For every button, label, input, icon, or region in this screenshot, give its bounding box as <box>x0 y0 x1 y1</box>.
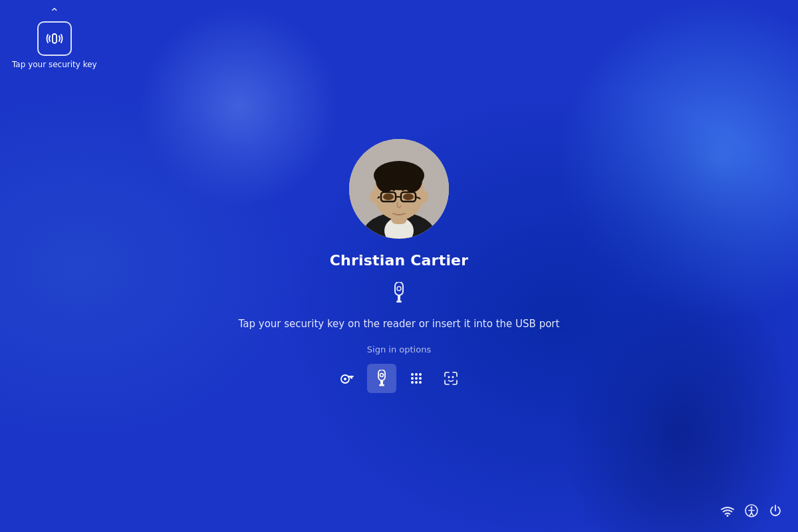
avatar <box>349 139 449 239</box>
nfc-icon <box>45 29 64 48</box>
svg-point-38 <box>411 381 414 384</box>
svg-point-43 <box>727 515 729 517</box>
svg-rect-0 <box>53 34 57 43</box>
svg-point-17 <box>370 191 378 203</box>
top-security-key-indicator: ⌃ Tap your security key <box>12 7 97 69</box>
svg-point-40 <box>419 381 422 384</box>
accessibility-icon[interactable] <box>745 504 758 520</box>
svg-point-27 <box>344 378 346 380</box>
security-key-option-button[interactable] <box>367 364 396 393</box>
login-card: Christian Cartier Tap your security key … <box>239 139 560 393</box>
tap-security-key-label: Tap your security key <box>12 60 97 69</box>
face-recognition-option-button[interactable] <box>436 364 466 393</box>
svg-point-34 <box>419 373 422 376</box>
svg-point-32 <box>411 373 414 376</box>
nfc-icon-box <box>37 21 72 56</box>
svg-point-22 <box>397 287 401 291</box>
svg-point-18 <box>420 191 428 203</box>
password-icon <box>340 371 354 386</box>
security-key-option-icon <box>374 370 389 387</box>
svg-point-45 <box>751 507 753 509</box>
pin-option-button[interactable] <box>402 364 431 393</box>
power-icon[interactable] <box>769 504 782 520</box>
chevron-up-icon: ⌃ <box>49 7 59 19</box>
system-icons-bar <box>721 504 782 520</box>
security-key-icon <box>390 282 408 309</box>
svg-rect-21 <box>396 301 402 303</box>
svg-rect-20 <box>398 295 400 301</box>
svg-rect-28 <box>378 370 385 380</box>
svg-point-35 <box>411 377 414 380</box>
face-icon <box>444 371 458 386</box>
svg-point-37 <box>419 377 422 380</box>
svg-point-15 <box>383 194 394 200</box>
username: Christian Cartier <box>330 252 469 269</box>
svg-point-16 <box>403 194 414 200</box>
svg-line-49 <box>751 513 753 515</box>
instruction-text: Tap your security key on the reader or i… <box>239 318 560 330</box>
svg-point-42 <box>452 376 454 378</box>
password-option-button[interactable] <box>332 364 362 393</box>
sign-in-options-label: Sign in options <box>367 344 431 354</box>
wifi-icon[interactable] <box>721 505 734 519</box>
sign-in-options-row <box>332 364 466 393</box>
svg-rect-30 <box>379 384 384 386</box>
svg-rect-19 <box>395 282 403 295</box>
pin-icon <box>409 371 424 386</box>
svg-point-31 <box>380 374 384 377</box>
svg-point-36 <box>415 377 418 380</box>
svg-rect-29 <box>380 380 383 384</box>
svg-point-39 <box>415 381 418 384</box>
svg-point-33 <box>415 373 418 376</box>
svg-point-41 <box>448 376 450 378</box>
